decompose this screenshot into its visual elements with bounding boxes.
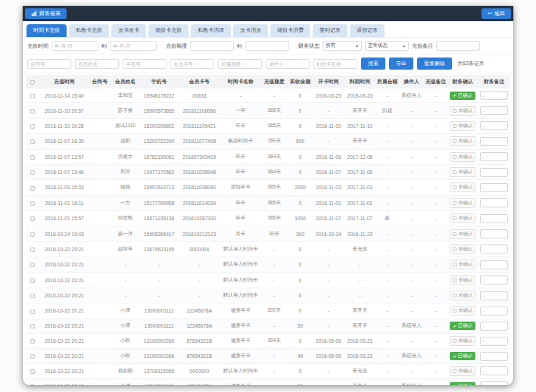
filter-input-4[interactable]: [170, 59, 214, 69]
unconfirmed-checkbox[interactable]: 未确认: [450, 152, 475, 162]
row-checkbox[interactable]: [30, 170, 35, 175]
unconfirmed-checkbox[interactable]: 未确认: [450, 167, 475, 177]
row-checkbox[interactable]: [30, 339, 35, 344]
row-checkbox[interactable]: [30, 278, 35, 283]
cell-open-date: 2016-03-23: [313, 89, 344, 103]
cell-card-no: 12345678A: [178, 319, 220, 333]
filter-input-5[interactable]: [218, 59, 262, 69]
filter-input-7[interactable]: [313, 59, 357, 69]
finance-remark-input[interactable]: [480, 260, 508, 269]
cell-member-name: 赵郡: [111, 134, 140, 149]
unconfirmed-checkbox[interactable]: 未确认: [450, 213, 475, 223]
row-checkbox[interactable]: [30, 263, 35, 267]
filter-input-2[interactable]: [75, 59, 119, 69]
recharge-remark-input[interactable]: [436, 41, 480, 51]
finance-remark-input[interactable]: [480, 229, 508, 238]
export-button[interactable]: 导出: [389, 58, 413, 70]
filter-input-3[interactable]: [123, 59, 167, 69]
finance-remark-input[interactable]: [480, 306, 508, 316]
finance-remark-input[interactable]: [480, 183, 508, 192]
row-checkbox[interactable]: [30, 384, 35, 385]
row-checkbox[interactable]: [30, 294, 35, 298]
search-button[interactable]: 搜索: [361, 58, 385, 70]
finance-remark-input[interactable]: [480, 91, 508, 100]
checkbox-icon: [453, 309, 457, 313]
finance-remark-input[interactable]: [480, 106, 508, 115]
amount-max-input[interactable]: [245, 41, 289, 51]
finance-remark-input[interactable]: [480, 291, 508, 300]
recharge-time-end-input[interactable]: [110, 41, 157, 51]
confirmed-badge[interactable]: ✔已确认: [450, 322, 475, 330]
row-checkbox[interactable]: [30, 201, 35, 206]
unconfirmed-label: 未确认: [458, 154, 472, 160]
cell-card-name: 一年: [220, 103, 260, 118]
finance-remark-input[interactable]: [480, 214, 508, 223]
unconfirmed-checkbox[interactable]: 未确认: [450, 106, 475, 116]
tab-2[interactable]: 私教卡充值: [69, 24, 109, 37]
unconfirmed-checkbox[interactable]: 未确认: [450, 244, 475, 254]
row-checkbox[interactable]: [30, 216, 35, 221]
recharge-time-start-input[interactable]: [51, 41, 98, 51]
tab-6[interactable]: 次卡消次: [233, 24, 268, 37]
filter-input-6[interactable]: [266, 59, 310, 69]
finance-remark-input[interactable]: [480, 152, 508, 161]
batch-delete-button[interactable]: 批量删除: [417, 58, 452, 70]
tab-1[interactable]: 时间卡充值: [26, 24, 67, 37]
back-button[interactable]: ↩ 返回: [481, 8, 511, 19]
row-checkbox[interactable]: [30, 310, 35, 314]
finance-remark-input[interactable]: [480, 198, 508, 207]
amount-min-input[interactable]: [190, 41, 234, 51]
cell-received-amount: 0: [288, 288, 313, 303]
row-checkbox[interactable]: [30, 247, 35, 252]
unconfirmed-checkbox[interactable]: 未确认: [450, 275, 475, 285]
finance-remark-input[interactable]: [480, 322, 508, 331]
confirmed-badge[interactable]: ✔已确认: [450, 352, 475, 360]
finance-remark-input[interactable]: [480, 366, 508, 375]
tab-4[interactable]: 储值卡充值: [148, 24, 189, 37]
unconfirmed-checkbox[interactable]: 未确认: [450, 121, 475, 131]
unconfirmed-checkbox[interactable]: 未确认: [450, 229, 475, 239]
row-checkbox[interactable]: [30, 139, 35, 144]
row-checkbox[interactable]: [30, 94, 35, 98]
row-checkbox[interactable]: [30, 232, 35, 237]
row-checkbox-cell: [26, 134, 40, 149]
tab-5[interactable]: 私教卡消课: [191, 24, 231, 37]
filter-input-1[interactable]: [27, 59, 71, 69]
unconfirmed-checkbox[interactable]: 未确认: [450, 182, 475, 192]
finance-status-select[interactable]: 所有 ▼: [323, 41, 362, 51]
finance-remark-input[interactable]: [480, 381, 508, 385]
tab-3[interactable]: 次卡发卡: [111, 24, 146, 37]
unconfirmed-checkbox[interactable]: 未确认: [450, 366, 475, 376]
finance-remark-input[interactable]: [480, 275, 508, 285]
finance-remark-input[interactable]: [480, 168, 508, 177]
tab-9[interactable]: 请假记录: [350, 24, 385, 37]
unconfirmed-checkbox[interactable]: 未确认: [450, 260, 475, 269]
unconfirmed-checkbox[interactable]: 未确认: [450, 198, 475, 208]
row-checkbox[interactable]: [30, 369, 35, 374]
row-checkbox[interactable]: [30, 124, 35, 129]
finance-remark-input[interactable]: [480, 244, 508, 254]
unconfirmed-checkbox[interactable]: 未确认: [450, 336, 475, 346]
finance-remark-input[interactable]: [480, 121, 508, 130]
cell-phone: 13000001111: [140, 303, 179, 319]
table-row: 2016-11-07 13:46 刘琴 13477170562 20161103…: [26, 164, 510, 179]
unconfirmed-checkbox[interactable]: 未确认: [450, 306, 475, 316]
confirmed-badge[interactable]: ✔已确认: [450, 382, 475, 385]
row-checkbox[interactable]: [30, 354, 35, 359]
row-checkbox[interactable]: [30, 324, 35, 328]
finance-remark-input[interactable]: [480, 137, 508, 146]
finance-remark-input[interactable]: [480, 337, 508, 346]
module-title-button[interactable]: 财务报表: [25, 8, 67, 19]
row-checkbox[interactable]: [30, 155, 35, 160]
confirmed-badge[interactable]: ✔已确认: [450, 92, 475, 100]
row-checkbox[interactable]: [30, 186, 35, 191]
finance-remark-input[interactable]: [480, 352, 508, 361]
tab-8[interactable]: 签到记录: [313, 24, 347, 37]
unconfirmed-checkbox[interactable]: 未确认: [450, 136, 475, 146]
cell-contract-no: [89, 134, 111, 149]
tab-7[interactable]: 储值卡消费: [270, 24, 310, 37]
normal-status-select[interactable]: 正常状态 ▼: [365, 41, 409, 51]
unconfirmed-checkbox[interactable]: 未确认: [450, 291, 475, 300]
select-all-checkbox[interactable]: [30, 80, 35, 85]
row-checkbox[interactable]: [30, 109, 35, 114]
